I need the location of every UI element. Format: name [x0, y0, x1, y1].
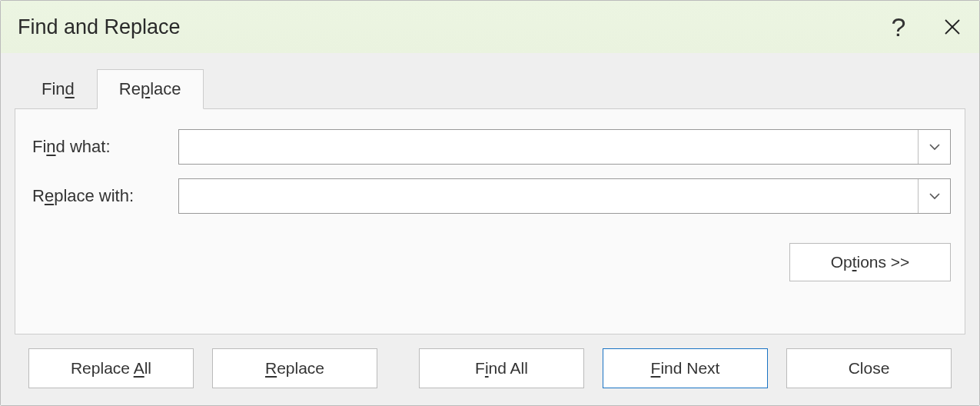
find-what-combo: [178, 129, 951, 165]
find-what-dropdown[interactable]: [918, 130, 950, 164]
tab-find[interactable]: Find: [19, 69, 97, 109]
tabs: Find Replace: [19, 68, 965, 108]
find-what-label: Find what:: [32, 137, 178, 157]
footer-buttons: Replace All Replace Find All Find Next C…: [15, 334, 965, 405]
footer-spacer: [396, 348, 400, 388]
find-what-input[interactable]: [179, 130, 918, 164]
find-next-button[interactable]: Find Next: [603, 348, 768, 388]
find-what-row: Find what:: [32, 129, 951, 165]
find-replace-dialog: Find and Replace ? Find Replace Find wha…: [0, 0, 980, 406]
tab-replace-accel: p: [141, 79, 150, 98]
replace-with-dropdown[interactable]: [918, 179, 950, 213]
replace-all-button[interactable]: Replace All: [28, 348, 194, 388]
close-button[interactable]: Close: [786, 348, 952, 388]
find-all-button[interactable]: Find All: [419, 348, 584, 388]
tab-replace[interactable]: Replace: [97, 69, 204, 109]
tab-replace-pre: Re: [119, 79, 141, 98]
dialog-title: Find and Replace: [18, 15, 872, 39]
replace-with-input[interactable]: [179, 179, 918, 213]
options-button[interactable]: Options >>: [789, 243, 951, 281]
replace-with-row: Replace with:: [32, 178, 951, 214]
help-button[interactable]: ?: [872, 1, 925, 53]
tab-find-pre: Fin: [42, 79, 65, 98]
replace-with-label: Replace with:: [32, 186, 178, 206]
replace-with-combo: [178, 178, 951, 214]
panel: Find what: Replace with:: [15, 108, 965, 334]
options-row: Options >>: [32, 243, 951, 281]
tab-replace-post: lace: [150, 79, 181, 98]
dialog-body: Find Replace Find what:: [1, 53, 979, 405]
titlebar: Find and Replace ?: [1, 1, 979, 53]
titlebar-controls: ?: [872, 1, 979, 53]
tab-find-accel: d: [65, 79, 75, 98]
replace-button[interactable]: Replace: [212, 348, 377, 388]
close-icon[interactable]: [925, 1, 979, 53]
